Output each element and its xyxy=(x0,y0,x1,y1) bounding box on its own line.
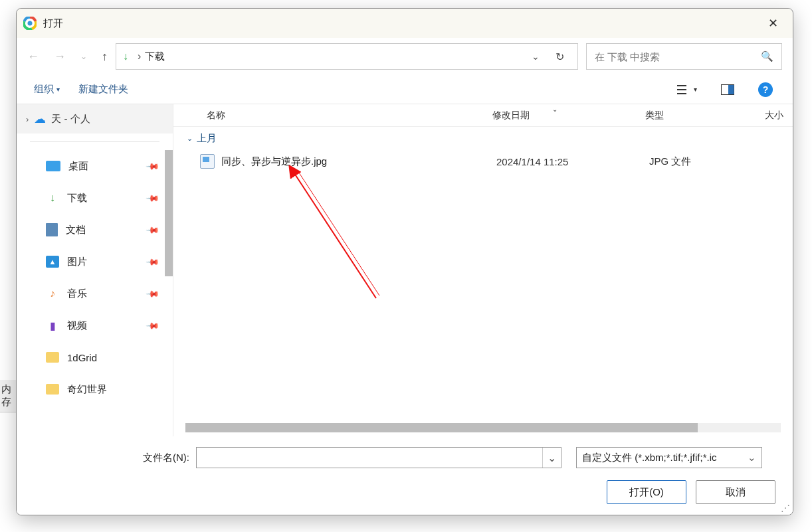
sidebar-divider xyxy=(30,141,159,142)
sidebar-item-label: 桌面 xyxy=(68,160,88,173)
chevron-right-icon: › xyxy=(26,114,29,124)
pin-icon: 📌 xyxy=(146,318,160,333)
ico-music-icon: ♪ xyxy=(46,287,59,300)
address-bar[interactable]: ↓ › 下载 ⌄ ↻ xyxy=(116,43,578,70)
back-button[interactable]: ← xyxy=(27,50,39,64)
svg-rect-6 xyxy=(728,85,734,94)
sidebar-top-label: 天 - 个人 xyxy=(51,113,90,126)
close-button[interactable]: ✕ xyxy=(760,10,786,37)
file-body[interactable]: ⌄ 上月 同步、异步与逆异步.jpg2024/1/14 11:25JPG 文件 xyxy=(173,127,793,423)
ico-doc-icon xyxy=(46,223,58,236)
file-date: 2024/1/14 11:25 xyxy=(496,156,649,167)
chevron-down-icon: ⌄ xyxy=(187,134,193,143)
refresh-button[interactable]: ↻ xyxy=(549,50,571,63)
sidebar-item[interactable]: 奇幻世界 xyxy=(17,373,171,405)
help-icon[interactable]: ? xyxy=(756,80,775,100)
search-box[interactable]: 🔍 xyxy=(586,43,782,70)
ico-download-icon: ↓ xyxy=(46,191,59,205)
filename-row: 文件名(N): ⌄ 自定义文件 (*.xbm;*.tif;*.jfif;*.ic… xyxy=(17,447,779,468)
organize-menu[interactable]: 组织 ▾ xyxy=(34,83,60,96)
annotation-arrow xyxy=(286,165,453,338)
nav-arrows: ← → ⌄ ↑ xyxy=(27,50,108,64)
toolbar: 组织 ▾ 新建文件夹 ▾ ? xyxy=(17,75,793,104)
sidebar-item-label: 图片 xyxy=(67,256,87,268)
cloud-icon: ☁ xyxy=(34,112,46,126)
filter-dropdown-icon[interactable]: ⌄ xyxy=(748,452,756,464)
preview-pane-icon[interactable] xyxy=(718,82,737,98)
column-headers: 名称 修改日期⌄ 类型 大小 xyxy=(173,104,793,127)
column-type[interactable]: 类型 xyxy=(645,110,765,122)
filter-combo[interactable]: 自定义文件 (*.xbm;*.tif;*.jfif;*.ic ⌄ xyxy=(576,447,762,468)
file-list-area: 名称 修改日期⌄ 类型 大小 ⌄ 上月 同步、异步与逆异步.jpg2024/1/… xyxy=(173,104,793,436)
group-header[interactable]: ⌄ 上月 xyxy=(173,127,793,150)
sidebar-list: 桌面📌↓下载📌文档📌▲图片📌♪音乐📌▮视频📌1dGrid奇幻世界 xyxy=(17,150,173,436)
sidebar-item-onedrive[interactable]: › ☁ 天 - 个人 xyxy=(17,104,173,133)
group-label: 上月 xyxy=(197,132,217,145)
up-button[interactable]: ↑ xyxy=(102,50,108,64)
button-row: 打开(O) 取消 xyxy=(17,480,779,504)
address-dropdown-icon[interactable]: ⌄ xyxy=(522,51,549,62)
view-menu-icon[interactable]: ▾ xyxy=(674,82,700,98)
filter-text: 自定义文件 (*.xbm;*.tif;*.jfif;*.ic xyxy=(582,452,717,464)
open-button[interactable]: 打开(O) xyxy=(607,480,686,504)
pin-icon: 📌 xyxy=(146,254,160,269)
ico-desktop-icon xyxy=(46,161,60,171)
footer: 文件名(N): ⌄ 自定义文件 (*.xbm;*.tif;*.jfif;*.ic… xyxy=(17,436,793,515)
filename-label: 文件名(N): xyxy=(143,452,189,464)
search-icon[interactable]: 🔍 xyxy=(761,50,773,62)
file-name: 同步、异步与逆异步.jpg xyxy=(221,155,496,168)
breadcrumb-separator-icon: › xyxy=(138,50,141,62)
sidebar-item[interactable]: ↓下载📌 xyxy=(17,182,171,214)
app-icon xyxy=(23,17,37,30)
sidebar-item-label: 下载 xyxy=(67,192,87,205)
filename-combo[interactable]: ⌄ xyxy=(196,447,561,468)
sidebar-item[interactable]: 1dGrid xyxy=(17,341,171,373)
sort-indicator-icon: ⌄ xyxy=(552,106,558,113)
horizontal-scrollbar[interactable] xyxy=(185,423,781,432)
filename-input[interactable] xyxy=(197,452,542,463)
file-type: JPG 文件 xyxy=(649,155,769,168)
recent-dropdown-icon[interactable]: ⌄ xyxy=(80,52,87,61)
sidebar-item[interactable]: ▲图片📌 xyxy=(17,246,171,278)
column-name[interactable]: 名称 xyxy=(207,110,492,122)
file-row[interactable]: 同步、异步与逆异步.jpg2024/1/14 11:25JPG 文件 xyxy=(173,150,793,173)
open-file-dialog: 打开 ✕ ← → ⌄ ↑ ↓ › 下载 ⌄ ↻ 🔍 组织 ▾ 新建文件夹 ▾ ? xyxy=(16,8,793,515)
sidebar-item[interactable]: 文档📌 xyxy=(17,214,171,246)
image-file-icon xyxy=(200,154,215,169)
column-date[interactable]: 修改日期⌄ xyxy=(492,110,645,122)
breadcrumb-location[interactable]: 下载 xyxy=(145,50,165,63)
pin-icon: 📌 xyxy=(146,159,160,173)
pin-icon: 📌 xyxy=(146,191,160,205)
title-bar: 打开 ✕ xyxy=(17,9,793,38)
sidebar-item-label: 奇幻世界 xyxy=(67,383,107,396)
body-area: › ☁ 天 - 个人 桌面📌↓下载📌文档📌▲图片📌♪音乐📌▮视频📌1dGrid奇… xyxy=(17,104,793,436)
svg-line-8 xyxy=(298,171,379,296)
dialog-title: 打开 xyxy=(43,17,760,30)
filename-dropdown-icon[interactable]: ⌄ xyxy=(542,448,561,468)
cancel-button[interactable]: 取消 xyxy=(696,480,775,504)
pin-icon: 📌 xyxy=(146,222,160,237)
navigation-row: ← → ⌄ ↑ ↓ › 下载 ⌄ ↻ 🔍 xyxy=(17,38,793,75)
ico-folder-icon xyxy=(46,352,59,363)
sidebar: › ☁ 天 - 个人 桌面📌↓下载📌文档📌▲图片📌♪音乐📌▮视频📌1dGrid奇… xyxy=(17,104,173,436)
download-icon: ↓ xyxy=(123,50,128,62)
pin-icon: 📌 xyxy=(146,286,160,301)
svg-point-1 xyxy=(28,21,33,26)
forward-button[interactable]: → xyxy=(54,50,66,64)
sidebar-item-label: 文档 xyxy=(66,224,86,236)
ico-folder-icon xyxy=(46,384,59,395)
new-folder-button[interactable]: 新建文件夹 xyxy=(78,83,128,96)
sidebar-item-label: 视频 xyxy=(67,319,87,332)
sidebar-item[interactable]: 桌面📌 xyxy=(17,150,171,182)
sidebar-item[interactable]: ▮视频📌 xyxy=(17,310,171,341)
svg-line-7 xyxy=(294,173,376,298)
sidebar-item-label: 音乐 xyxy=(67,288,87,300)
ico-pic-icon: ▲ xyxy=(46,256,59,268)
sidebar-item[interactable]: ♪音乐📌 xyxy=(17,278,171,310)
column-size[interactable]: 大小 xyxy=(765,110,793,122)
search-input[interactable] xyxy=(595,51,761,62)
sidebar-scrollbar[interactable] xyxy=(165,150,173,276)
ico-video-icon: ▮ xyxy=(46,319,59,332)
sidebar-item-label: 1dGrid xyxy=(67,352,97,363)
